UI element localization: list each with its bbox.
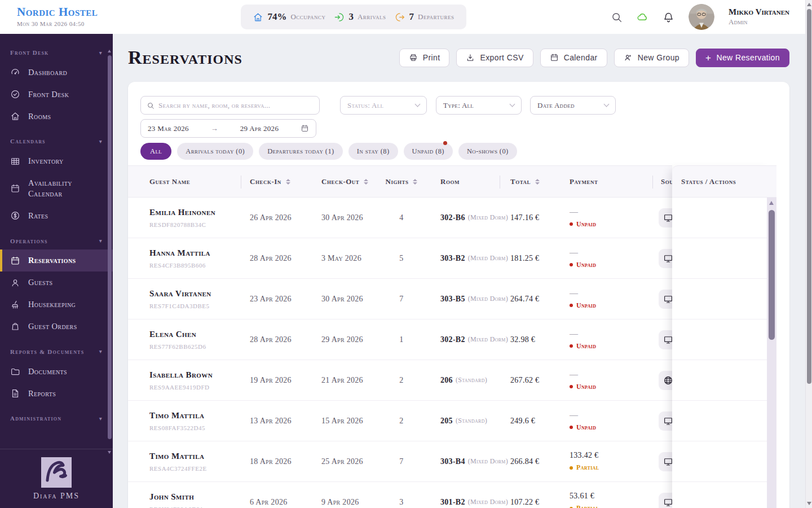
sidebar-item-label: Housekeeping (28, 299, 76, 310)
sidebar-item-reservations[interactable]: Reservations (0, 249, 113, 271)
date-to: 29 Apr 2026 (240, 124, 279, 133)
print-button[interactable]: Print (399, 49, 450, 67)
room-cell: 303-B4(Mixed Dorm) (440, 441, 510, 481)
nights-count: 2 (377, 360, 426, 400)
guest-name: Saara Virtanen (149, 289, 211, 299)
diafa-logo-icon (41, 457, 72, 488)
status-filter[interactable]: Status: All (340, 96, 427, 115)
room-cell: 303-B5(Mixed Dorm) (440, 279, 510, 319)
sidebar-scrollbar[interactable] (108, 50, 112, 446)
date-added-filter[interactable]: Date Added (530, 96, 616, 115)
sidebar-item-inventory[interactable]: Inventory (0, 150, 113, 172)
search-icon (147, 102, 155, 110)
col-check-out[interactable]: Check-Out (321, 166, 368, 197)
check-in-date: 19 Apr 2026 (250, 360, 317, 400)
new-reservation-button[interactable]: + New Reservation (696, 49, 789, 67)
reservation-id: RES9AAEE9419DFD (149, 384, 210, 391)
table-row[interactable]: Elena ChenRES77F62BB625D628 Apr 202629 A… (128, 319, 672, 360)
table-row[interactable]: Saara VirtanenRES7F1C4DA3DBE523 Apr 2026… (128, 279, 672, 319)
room-cell: 303-B2(Mixed Dorm) (440, 238, 510, 278)
toolbar: Print Export CSV Calendar New Group + Ne… (399, 49, 789, 67)
sidebar-item-documents[interactable]: Documents (0, 361, 113, 383)
sidebar-item-rates[interactable]: Rates (0, 205, 113, 227)
table-row[interactable]: Timo MattilaRESA4C3724FFE2E18 Apr 202625… (128, 441, 672, 482)
payment-cell: —Unpaid (570, 401, 654, 441)
sidebar-item-guest-orders[interactable]: Guest Orders (0, 316, 113, 338)
check-icon (10, 89, 20, 99)
calendar-icon (550, 53, 559, 62)
sidebar-item-guests[interactable]: Guests (0, 271, 113, 294)
sidebar-section-calendars[interactable]: Calendars▾ (0, 132, 113, 150)
occupancy-icon (253, 12, 263, 23)
sidebar-item-reports[interactable]: Reports (0, 383, 113, 405)
arrivals-label: Arrivals (358, 12, 386, 21)
col-nights[interactable]: Nights (377, 166, 426, 197)
table-row[interactable]: Hanna MattilaRES4CF3B895B60628 Apr 20263… (128, 238, 672, 279)
chip-no-shows[interactable]: No-shows (0) (458, 143, 517, 160)
chip-departures-today[interactable]: Departures today (1) (259, 143, 343, 160)
sidebar-item-front-desk[interactable]: Front Desk (0, 84, 113, 106)
table-scrollbar[interactable] (767, 198, 776, 508)
user-icon (10, 278, 20, 288)
sidebar-section-front-desk[interactable]: Front Desk▾ (0, 43, 113, 62)
table-row[interactable]: John SmithRESH34F38A8D316 Apr 20269 Apr … (128, 482, 672, 508)
folder-icon (10, 366, 20, 376)
user-info[interactable]: Mikko Virtanen Admin (729, 7, 789, 27)
page-scrollbar[interactable] (805, 0, 812, 508)
sidebar-nav: Front Desk▾DashboardFront DeskRoomsCalen… (0, 34, 113, 449)
sidebar-item-availability-calendar[interactable]: Availability Calendar (0, 172, 113, 205)
sidebar-item-rooms[interactable]: Rooms (0, 106, 113, 128)
arrow-right-icon: → (211, 124, 218, 133)
avatar[interactable] (689, 4, 714, 30)
cloud-sync-icon[interactable] (637, 11, 648, 23)
paid-amount: — (570, 329, 578, 339)
table-row[interactable]: Emilia HeinonenRESDF820788B34C26 Apr 202… (128, 198, 672, 238)
sidebar-item-dashboard[interactable]: Dashboard (0, 62, 113, 84)
reservation-id: RES4CF3B895B606 (149, 262, 206, 269)
payment-cell: —Unpaid (570, 279, 654, 319)
sort-icon (413, 179, 417, 185)
col-status-actions: Status / Actions (672, 165, 776, 198)
export-csv-button[interactable]: Export CSV (456, 49, 533, 67)
table-row[interactable]: Timo MattilaRES08FAF3522D4513 Apr 202615… (128, 401, 672, 441)
guest-cell: John SmithRESH34F38A8D31 (149, 482, 248, 508)
table-row[interactable]: Isabella BrownRES9AAEE9419DFD19 Apr 2026… (128, 360, 672, 401)
chip-in-stay[interactable]: In stay (8) (348, 143, 398, 160)
type-filter[interactable]: Type: All (436, 96, 522, 115)
check-out-date: 25 Apr 2026 (321, 441, 376, 481)
status-dot-icon (570, 344, 573, 348)
col-check-in[interactable]: Check-In (250, 166, 290, 197)
printer-icon (409, 53, 418, 62)
payment-status-badge: Unpaid (570, 423, 596, 432)
top-right-cluster: Mikko Virtanen Admin (611, 0, 789, 34)
sidebar-item-label: Rates (28, 211, 48, 221)
nights-count: 3 (377, 482, 426, 508)
sidebar-section-administration[interactable]: Administration▾ (0, 409, 113, 427)
sidebar-section-reports-documents[interactable]: Reports & Documents▾ (0, 342, 113, 361)
user-role: Admin (729, 17, 789, 27)
chip-unpaid[interactable]: Unpaid (8) (404, 143, 453, 160)
notifications-icon[interactable] (663, 11, 674, 23)
total-amount: 266.84 € (510, 441, 567, 481)
search-icon[interactable] (611, 11, 623, 23)
new-group-button[interactable]: New Group (614, 49, 689, 67)
room-type: (Standard) (456, 376, 487, 384)
column-separator (652, 176, 653, 189)
sidebar-section-operations[interactable]: Operations▾ (0, 231, 113, 250)
total-amount: 264.74 € (510, 279, 567, 319)
sidebar-item-housekeeping[interactable]: Housekeeping (0, 294, 113, 316)
nights-count: 7 (377, 441, 426, 481)
payment-status-badge: Unpaid (570, 301, 596, 310)
main-content: Reservations Print Export CSV Calendar N… (113, 34, 805, 508)
col-total[interactable]: Total (510, 166, 540, 197)
date-range-filter[interactable]: 23 Mar 2026 → 29 Apr 2026 (140, 119, 316, 138)
search-input[interactable] (158, 101, 314, 110)
status-actions-cell (672, 441, 767, 482)
table-rows: Emilia HeinonenRESDF820788B34C26 Apr 202… (128, 198, 672, 508)
search-field[interactable] (140, 96, 320, 115)
calendar-button[interactable]: Calendar (540, 49, 607, 67)
chip-arrivals-today[interactable]: Arrivals today (0) (177, 143, 253, 160)
sidebar-item-label: Reports (28, 388, 56, 399)
chip-all[interactable]: All (140, 143, 171, 160)
room-number: 303-B5 (440, 295, 465, 304)
